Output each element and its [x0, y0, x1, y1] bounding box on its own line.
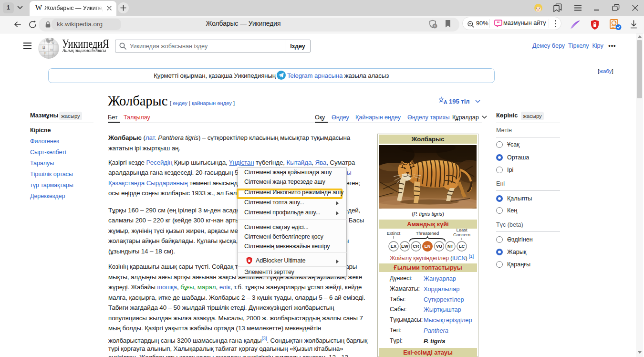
svg-text:Ω: Ω	[42, 45, 45, 50]
svg-text:NT: NT	[447, 244, 454, 249]
svg-text:Threatened: Threatened	[416, 231, 439, 236]
svg-text:Concern: Concern	[453, 232, 470, 237]
svg-text:И: И	[44, 52, 47, 54]
svg-text:“: “	[497, 20, 499, 27]
svg-text:M: M	[50, 48, 53, 51]
svg-text:EN: EN	[425, 244, 431, 249]
svg-text:1: 1	[434, 24, 436, 28]
svg-text:EW: EW	[401, 244, 408, 249]
svg-text:CR: CR	[413, 244, 419, 249]
svg-text:LC: LC	[459, 244, 465, 249]
svg-text:Δ: Δ	[52, 53, 54, 56]
svg-text:Extinct: Extinct	[387, 231, 401, 236]
svg-text:A: A	[444, 99, 447, 105]
svg-text:EX: EX	[391, 244, 397, 249]
svg-text:VU: VU	[436, 244, 442, 249]
svg-text:W: W	[52, 41, 55, 44]
